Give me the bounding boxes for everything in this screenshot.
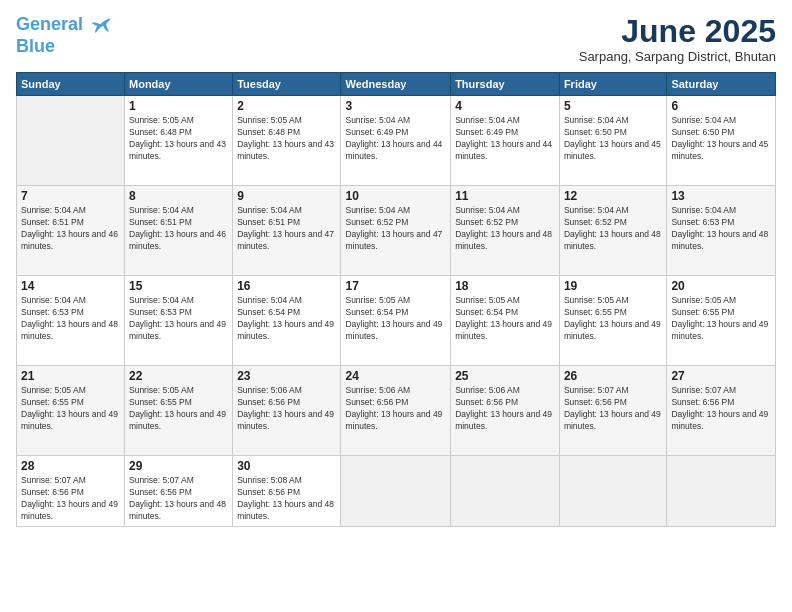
day-info: Sunrise: 5:06 AM Sunset: 6:56 PM Dayligh… xyxy=(455,385,555,433)
col-header-sunday: Sunday xyxy=(17,73,125,96)
calendar-cell: 17 Sunrise: 5:05 AM Sunset: 6:54 PM Dayl… xyxy=(341,276,451,366)
calendar-cell: 20 Sunrise: 5:05 AM Sunset: 6:55 PM Dayl… xyxy=(667,276,776,366)
day-info: Sunrise: 5:04 AM Sunset: 6:51 PM Dayligh… xyxy=(129,205,228,253)
calendar-cell: 21 Sunrise: 5:05 AM Sunset: 6:55 PM Dayl… xyxy=(17,366,125,456)
day-info: Sunrise: 5:05 AM Sunset: 6:55 PM Dayligh… xyxy=(21,385,120,433)
calendar-week-1: 1 Sunrise: 5:05 AM Sunset: 6:48 PM Dayli… xyxy=(17,96,776,186)
calendar-cell xyxy=(667,456,776,527)
calendar-cell: 14 Sunrise: 5:04 AM Sunset: 6:53 PM Dayl… xyxy=(17,276,125,366)
day-number: 24 xyxy=(345,369,446,383)
day-number: 21 xyxy=(21,369,120,383)
col-header-friday: Friday xyxy=(559,73,666,96)
day-info: Sunrise: 5:05 AM Sunset: 6:48 PM Dayligh… xyxy=(129,115,228,163)
col-header-wednesday: Wednesday xyxy=(341,73,451,96)
logo-general: General xyxy=(16,14,83,34)
day-number: 3 xyxy=(345,99,446,113)
day-number: 13 xyxy=(671,189,771,203)
col-header-saturday: Saturday xyxy=(667,73,776,96)
calendar-cell xyxy=(341,456,451,527)
day-number: 1 xyxy=(129,99,228,113)
day-info: Sunrise: 5:04 AM Sunset: 6:50 PM Dayligh… xyxy=(564,115,662,163)
logo-bird-icon xyxy=(90,14,112,36)
calendar-week-5: 28 Sunrise: 5:07 AM Sunset: 6:56 PM Dayl… xyxy=(17,456,776,527)
calendar-cell: 6 Sunrise: 5:04 AM Sunset: 6:50 PM Dayli… xyxy=(667,96,776,186)
day-info: Sunrise: 5:07 AM Sunset: 6:56 PM Dayligh… xyxy=(671,385,771,433)
day-info: Sunrise: 5:04 AM Sunset: 6:53 PM Dayligh… xyxy=(129,295,228,343)
logo-text: General xyxy=(16,14,112,36)
calendar-week-3: 14 Sunrise: 5:04 AM Sunset: 6:53 PM Dayl… xyxy=(17,276,776,366)
day-info: Sunrise: 5:05 AM Sunset: 6:55 PM Dayligh… xyxy=(671,295,771,343)
day-info: Sunrise: 5:05 AM Sunset: 6:54 PM Dayligh… xyxy=(455,295,555,343)
calendar-cell: 24 Sunrise: 5:06 AM Sunset: 6:56 PM Dayl… xyxy=(341,366,451,456)
day-number: 23 xyxy=(237,369,336,383)
day-info: Sunrise: 5:04 AM Sunset: 6:51 PM Dayligh… xyxy=(237,205,336,253)
calendar-cell: 3 Sunrise: 5:04 AM Sunset: 6:49 PM Dayli… xyxy=(341,96,451,186)
calendar-cell: 7 Sunrise: 5:04 AM Sunset: 6:51 PM Dayli… xyxy=(17,186,125,276)
day-number: 15 xyxy=(129,279,228,293)
month-title: June 2025 xyxy=(579,14,776,49)
calendar-cell xyxy=(17,96,125,186)
calendar-cell: 28 Sunrise: 5:07 AM Sunset: 6:56 PM Dayl… xyxy=(17,456,125,527)
day-number: 19 xyxy=(564,279,662,293)
calendar-cell: 12 Sunrise: 5:04 AM Sunset: 6:52 PM Dayl… xyxy=(559,186,666,276)
calendar-cell: 1 Sunrise: 5:05 AM Sunset: 6:48 PM Dayli… xyxy=(125,96,233,186)
calendar-cell: 8 Sunrise: 5:04 AM Sunset: 6:51 PM Dayli… xyxy=(125,186,233,276)
day-info: Sunrise: 5:07 AM Sunset: 6:56 PM Dayligh… xyxy=(21,475,120,523)
day-info: Sunrise: 5:04 AM Sunset: 6:54 PM Dayligh… xyxy=(237,295,336,343)
page: General Blue June 2025 Sarpang, Sarpang … xyxy=(0,0,792,612)
day-info: Sunrise: 5:05 AM Sunset: 6:54 PM Dayligh… xyxy=(345,295,446,343)
day-info: Sunrise: 5:05 AM Sunset: 6:55 PM Dayligh… xyxy=(129,385,228,433)
logo: General Blue xyxy=(16,14,112,57)
calendar-cell: 29 Sunrise: 5:07 AM Sunset: 6:56 PM Dayl… xyxy=(125,456,233,527)
day-number: 12 xyxy=(564,189,662,203)
day-number: 17 xyxy=(345,279,446,293)
calendar-cell: 4 Sunrise: 5:04 AM Sunset: 6:49 PM Dayli… xyxy=(451,96,560,186)
day-number: 6 xyxy=(671,99,771,113)
calendar-cell: 13 Sunrise: 5:04 AM Sunset: 6:53 PM Dayl… xyxy=(667,186,776,276)
logo-blue: Blue xyxy=(16,36,55,57)
col-header-tuesday: Tuesday xyxy=(233,73,341,96)
day-number: 18 xyxy=(455,279,555,293)
calendar-cell xyxy=(451,456,560,527)
calendar-cell: 18 Sunrise: 5:05 AM Sunset: 6:54 PM Dayl… xyxy=(451,276,560,366)
day-info: Sunrise: 5:04 AM Sunset: 6:52 PM Dayligh… xyxy=(564,205,662,253)
day-info: Sunrise: 5:04 AM Sunset: 6:49 PM Dayligh… xyxy=(345,115,446,163)
calendar-cell: 25 Sunrise: 5:06 AM Sunset: 6:56 PM Dayl… xyxy=(451,366,560,456)
day-info: Sunrise: 5:04 AM Sunset: 6:50 PM Dayligh… xyxy=(671,115,771,163)
day-number: 22 xyxy=(129,369,228,383)
calendar-cell: 11 Sunrise: 5:04 AM Sunset: 6:52 PM Dayl… xyxy=(451,186,560,276)
day-info: Sunrise: 5:04 AM Sunset: 6:51 PM Dayligh… xyxy=(21,205,120,253)
day-number: 30 xyxy=(237,459,336,473)
col-header-monday: Monday xyxy=(125,73,233,96)
day-number: 7 xyxy=(21,189,120,203)
day-number: 9 xyxy=(237,189,336,203)
header: General Blue June 2025 Sarpang, Sarpang … xyxy=(16,14,776,64)
day-number: 28 xyxy=(21,459,120,473)
col-header-thursday: Thursday xyxy=(451,73,560,96)
day-number: 11 xyxy=(455,189,555,203)
calendar-cell: 30 Sunrise: 5:08 AM Sunset: 6:56 PM Dayl… xyxy=(233,456,341,527)
calendar-cell: 19 Sunrise: 5:05 AM Sunset: 6:55 PM Dayl… xyxy=(559,276,666,366)
day-number: 25 xyxy=(455,369,555,383)
calendar-cell xyxy=(559,456,666,527)
day-info: Sunrise: 5:04 AM Sunset: 6:52 PM Dayligh… xyxy=(345,205,446,253)
day-number: 16 xyxy=(237,279,336,293)
day-info: Sunrise: 5:06 AM Sunset: 6:56 PM Dayligh… xyxy=(237,385,336,433)
day-info: Sunrise: 5:04 AM Sunset: 6:53 PM Dayligh… xyxy=(21,295,120,343)
calendar-cell: 26 Sunrise: 5:07 AM Sunset: 6:56 PM Dayl… xyxy=(559,366,666,456)
day-info: Sunrise: 5:04 AM Sunset: 6:49 PM Dayligh… xyxy=(455,115,555,163)
day-info: Sunrise: 5:04 AM Sunset: 6:52 PM Dayligh… xyxy=(455,205,555,253)
day-number: 27 xyxy=(671,369,771,383)
calendar-cell: 23 Sunrise: 5:06 AM Sunset: 6:56 PM Dayl… xyxy=(233,366,341,456)
day-number: 2 xyxy=(237,99,336,113)
calendar-cell: 10 Sunrise: 5:04 AM Sunset: 6:52 PM Dayl… xyxy=(341,186,451,276)
calendar-cell: 16 Sunrise: 5:04 AM Sunset: 6:54 PM Dayl… xyxy=(233,276,341,366)
calendar-cell: 27 Sunrise: 5:07 AM Sunset: 6:56 PM Dayl… xyxy=(667,366,776,456)
header-row: SundayMondayTuesdayWednesdayThursdayFrid… xyxy=(17,73,776,96)
calendar-week-4: 21 Sunrise: 5:05 AM Sunset: 6:55 PM Dayl… xyxy=(17,366,776,456)
day-info: Sunrise: 5:05 AM Sunset: 6:48 PM Dayligh… xyxy=(237,115,336,163)
day-info: Sunrise: 5:07 AM Sunset: 6:56 PM Dayligh… xyxy=(564,385,662,433)
title-area: June 2025 Sarpang, Sarpang District, Bhu… xyxy=(579,14,776,64)
calendar-cell: 9 Sunrise: 5:04 AM Sunset: 6:51 PM Dayli… xyxy=(233,186,341,276)
day-number: 20 xyxy=(671,279,771,293)
